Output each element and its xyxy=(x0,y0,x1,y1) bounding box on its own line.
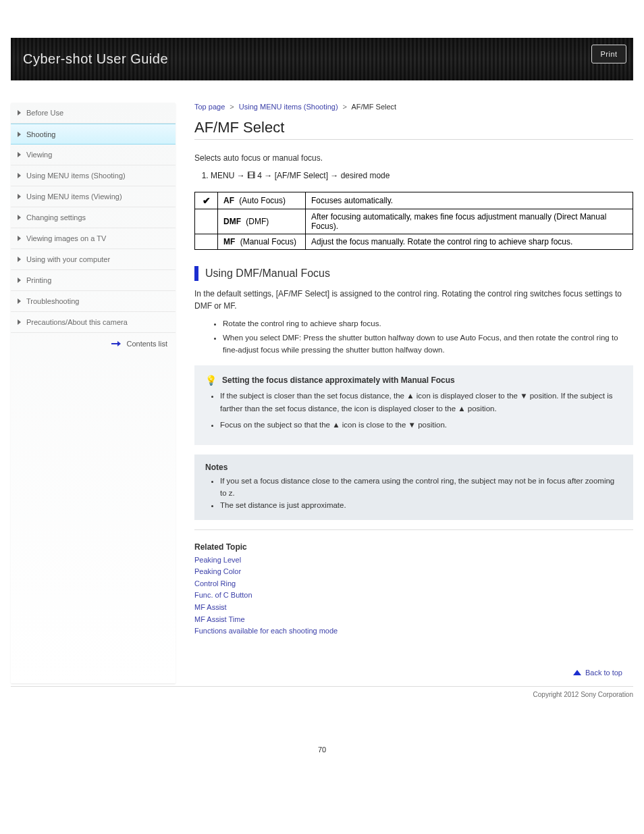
breadcrumb-current: AF/MF Select xyxy=(352,103,397,111)
hint-box: 💡 Setting the focus distance approximate… xyxy=(194,365,633,444)
option-label: (Auto Focus) xyxy=(239,196,286,205)
option-desc: After focusing automatically, makes fine… xyxy=(306,209,633,234)
sidebar-item-troubleshooting[interactable]: Troubleshooting xyxy=(11,291,176,312)
option-icon: MF xyxy=(223,237,235,246)
sidebar-item-label: Shooting xyxy=(26,130,55,138)
sidebar-item-precautions[interactable]: Precautions/About this camera xyxy=(11,312,176,333)
related-link[interactable]: Functions available for each shooting mo… xyxy=(194,625,633,637)
sidebar-item-label: Precautions/About this camera xyxy=(26,318,128,326)
arrow-right-icon xyxy=(111,341,121,346)
sidebar-item-viewing[interactable]: Viewing xyxy=(11,145,176,165)
main-content: Top page > Using MENU items (Shooting) >… xyxy=(194,103,633,683)
sidebar-item-before-use[interactable]: Before Use xyxy=(11,103,176,124)
chevron-right-icon xyxy=(18,110,21,115)
sidebar-item-changing-settings[interactable]: Changing settings xyxy=(11,207,176,228)
section-heading: Using DMF/Manual Focus xyxy=(194,266,633,281)
contents-list-link[interactable]: Contents list xyxy=(11,333,176,357)
hint-title-text: Setting the focus distance approximately… xyxy=(222,375,455,385)
breadcrumb-section[interactable]: Using MENU items (Shooting) xyxy=(239,103,338,111)
chevron-up-icon xyxy=(573,670,581,675)
hint-list: If the subject is closer than the set fo… xyxy=(220,390,622,431)
list-item: When you select DMF: Press the shutter b… xyxy=(223,332,633,357)
option-desc: Adjust the focus manually. Rotate the co… xyxy=(306,234,633,250)
sidebar-item-printing[interactable]: Printing xyxy=(11,270,176,291)
sidebar-item-label: Viewing xyxy=(26,151,52,159)
footer-copyright: Copyright 2012 Sony Corporation xyxy=(11,686,633,698)
sidebar-item-label: Before Use xyxy=(26,109,63,117)
back-to-top-label: Back to top xyxy=(585,669,622,677)
option-check xyxy=(195,234,218,250)
breadcrumb: Top page > Using MENU items (Shooting) >… xyxy=(194,103,633,111)
list-item: If you set a focus distance close to the… xyxy=(220,475,622,500)
chevron-right-icon xyxy=(18,236,21,241)
header-banner: Cyber-shot User Guide Print xyxy=(11,38,633,81)
chevron-right-icon xyxy=(18,194,21,199)
table-row: ✔ AF (Auto Focus) Focuses automatically. xyxy=(195,192,633,209)
step-item: MENU → 🎞 4 → [AF/MF Select] → desired mo… xyxy=(211,170,633,182)
notes-title: Notes xyxy=(205,463,622,472)
list-item: Rotate the control ring to achieve sharp… xyxy=(223,317,633,330)
related-link[interactable]: MF Assist xyxy=(194,602,633,614)
chevron-right-icon xyxy=(18,319,21,325)
option-icon: AF xyxy=(223,196,234,205)
page-title: AF/MF Select xyxy=(194,119,633,140)
option-check: ✔ xyxy=(195,192,218,209)
sidebar: Before Use Shooting Viewing Using MENU i… xyxy=(11,103,176,683)
breadcrumb-separator: > xyxy=(230,103,234,111)
related-link[interactable]: Func. of C Button xyxy=(194,590,633,602)
print-button[interactable]: Print xyxy=(591,45,626,63)
print-label: Print xyxy=(600,50,617,58)
list-item: Focus on the subject so that the ▲ icon … xyxy=(220,419,622,431)
related-link[interactable]: MF Assist Time xyxy=(194,614,633,626)
related-link[interactable]: Peaking Color xyxy=(194,566,633,578)
back-to-top-link[interactable]: Back to top xyxy=(194,669,622,677)
list-item: If the subject is closer than the set fo… xyxy=(220,390,622,415)
section-heading-text: Using DMF/Manual Focus xyxy=(205,267,330,280)
related-link[interactable]: Peaking Level xyxy=(194,554,633,567)
focus-bullet-list: Rotate the control ring to achieve sharp… xyxy=(223,317,633,356)
chevron-right-icon xyxy=(18,278,21,283)
sidebar-item-label: Using MENU items (Viewing) xyxy=(26,192,122,201)
option-check xyxy=(195,209,218,234)
chevron-right-icon xyxy=(18,132,21,137)
sidebar-item-label: Using MENU items (Shooting) xyxy=(26,172,126,180)
breadcrumb-top[interactable]: Top page xyxy=(194,103,225,111)
option-icon-cell: AF (Auto Focus) xyxy=(218,192,306,209)
sidebar-item-label: Using with your computer xyxy=(26,255,110,263)
chevron-right-icon xyxy=(18,298,21,304)
lightbulb-icon: 💡 xyxy=(205,375,217,386)
list-item: The set distance is just approximate. xyxy=(220,499,622,511)
sidebar-item-computer[interactable]: Using with your computer xyxy=(11,249,176,270)
sidebar-item-viewing-tv[interactable]: Viewing images on a TV xyxy=(11,228,176,249)
sidebar-item-label: Printing xyxy=(26,276,51,284)
options-table: ✔ AF (Auto Focus) Focuses automatically.… xyxy=(194,192,633,250)
related-link[interactable]: Control Ring xyxy=(194,578,633,590)
section-text: In the default settings, [AF/MF Select] … xyxy=(194,288,633,312)
option-icon-cell: MF (Manual Focus) xyxy=(218,234,306,250)
chevron-right-icon xyxy=(18,215,21,220)
page-number: 70 xyxy=(0,746,644,754)
steps-list: MENU → 🎞 4 → [AF/MF Select] → desired mo… xyxy=(211,170,633,182)
contents-list-label: Contents list xyxy=(126,340,167,348)
related-heading: Related Topic xyxy=(194,542,633,552)
related-list: Peaking Level Peaking Color Control Ring… xyxy=(194,554,633,637)
sidebar-item-label: Viewing images on a TV xyxy=(26,234,106,242)
option-label: (DMF) xyxy=(246,217,269,226)
option-icon-cell: DMF (DMF) xyxy=(218,209,306,234)
sidebar-item-menu-viewing[interactable]: Using MENU items (Viewing) xyxy=(11,186,176,207)
option-label: (Manual Focus) xyxy=(240,237,296,246)
sidebar-item-label: Troubleshooting xyxy=(26,297,79,305)
chevron-right-icon xyxy=(18,152,21,157)
chevron-right-icon xyxy=(18,173,21,178)
breadcrumb-separator: > xyxy=(343,103,347,111)
sidebar-item-shooting[interactable]: Shooting xyxy=(11,124,176,145)
intro-text: Selects auto focus or manual focus. xyxy=(194,152,633,164)
table-row: MF (Manual Focus) Adjust the focus manua… xyxy=(195,234,633,250)
sidebar-item-label: Changing settings xyxy=(26,213,86,221)
option-desc: Focuses automatically. xyxy=(306,192,633,209)
table-row: DMF (DMF) After focusing automatically, … xyxy=(195,209,633,234)
notes-box: Notes If you set a focus distance close … xyxy=(194,454,633,520)
chevron-right-icon xyxy=(18,257,21,262)
banner-title: Cyber-shot User Guide xyxy=(23,51,168,67)
sidebar-item-menu-shooting[interactable]: Using MENU items (Shooting) xyxy=(11,165,176,186)
